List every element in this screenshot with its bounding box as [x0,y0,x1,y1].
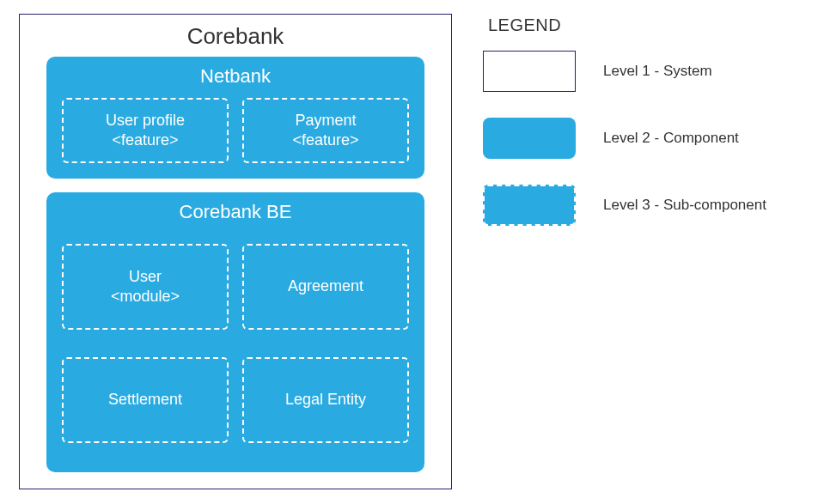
diagram-canvas: Corebank Netbank User profile <feature> … [0,0,818,504]
subcomponent-stereotype: <module> [111,287,180,307]
legend-row-component: Level 2 - Component [483,118,766,159]
legend-swatch-component [483,118,576,159]
subcomponent-settlement: Settlement [62,357,229,443]
legend-label: Level 3 - Sub-component [603,197,766,214]
subcomponent-legal-entity: Legal Entity [242,357,409,443]
subcomponent-agreement: Agreement [242,244,409,330]
component-corebank-be: Corebank BE User <module> Agreement Sett… [46,192,424,472]
subcomponent-label: Legal Entity [285,390,366,410]
subcomponent-label: User [129,267,162,287]
legend-swatch-system [483,51,576,92]
subcomponent-user: User <module> [62,244,229,330]
legend-swatch-subcomponent [483,185,576,226]
system-title: Corebank [20,15,451,57]
subcomponent-label: Settlement [108,390,182,410]
legend-row-subcomponent: Level 3 - Sub-component [483,185,766,226]
legend-label: Level 1 - System [603,63,712,80]
subcomponent-user-profile: User profile <feature> [62,98,229,163]
component-title-corebank-be: Corebank BE [46,192,424,228]
legend-row-system: Level 1 - System [483,51,766,92]
legend-title: LEGEND [488,15,766,35]
subcomponent-label: Payment [295,111,356,131]
legend-label: Level 2 - Component [603,130,739,147]
subcomponent-stereotype: <feature> [112,131,178,150]
component-title-netbank: Netbank [46,57,424,93]
subcomponent-label: Agreement [288,276,363,296]
component-netbank: Netbank User profile <feature> Payment <… [46,57,424,179]
subcomponent-label: User profile [106,111,185,131]
legend: LEGEND Level 1 - System Level 2 - Compon… [483,15,766,252]
subcomponent-payment: Payment <feature> [242,98,409,163]
subcomponent-stereotype: <feature> [292,131,358,150]
